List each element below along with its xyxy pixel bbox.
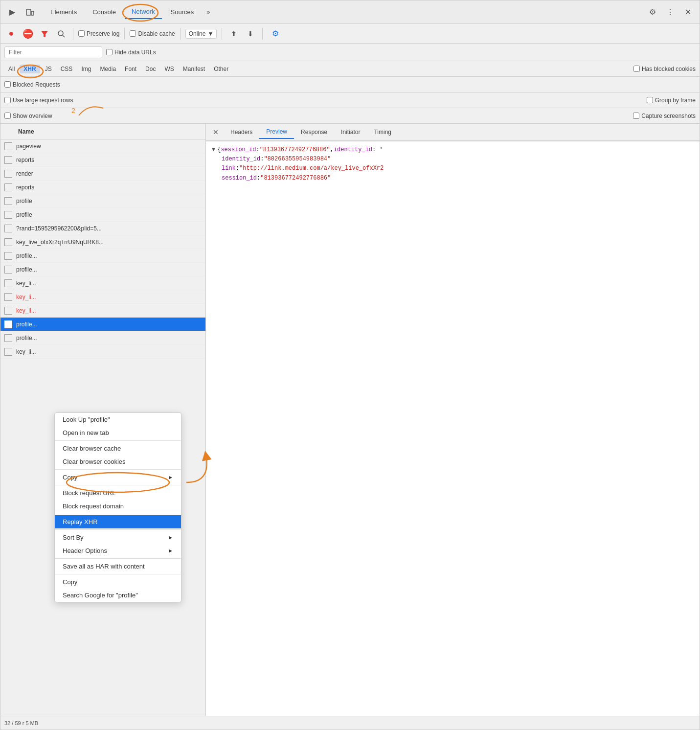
- tab-initiator[interactable]: Initiator: [334, 126, 367, 138]
- tab-elements[interactable]: Elements: [44, 5, 84, 19]
- upload-button[interactable]: ⬆: [227, 27, 241, 41]
- ctx-search-google[interactable]: Search Google for "profile": [55, 589, 181, 602]
- clear-button[interactable]: ⛔: [21, 27, 35, 41]
- ctx-clear-cache[interactable]: Clear browser cache: [55, 442, 181, 455]
- json-collapse-arrow[interactable]: ▼: [212, 145, 215, 155]
- disable-cache-checkbox[interactable]: [130, 30, 136, 37]
- request-item[interactable]: key_li...: [0, 304, 205, 318]
- has-blocked-cookies-checkbox[interactable]: [633, 66, 640, 72]
- item-checkbox[interactable]: [4, 211, 12, 219]
- tab-preview[interactable]: Preview: [259, 125, 294, 139]
- tab-response[interactable]: Response: [294, 126, 334, 138]
- ctx-clear-cookies[interactable]: Clear browser cookies: [55, 455, 181, 468]
- show-overview-label[interactable]: Show overview: [4, 113, 52, 119]
- item-checkbox[interactable]: [4, 238, 12, 246]
- item-checkbox[interactable]: [4, 156, 12, 164]
- tab-console[interactable]: Console: [86, 5, 123, 19]
- item-checkbox[interactable]: [4, 279, 12, 287]
- disable-cache-label[interactable]: Disable cache: [130, 30, 175, 37]
- tab-network[interactable]: Network: [125, 5, 162, 19]
- filter-all[interactable]: All: [4, 65, 19, 73]
- request-item[interactable]: profile...: [0, 249, 205, 263]
- ctx-save-har[interactable]: Save all as HAR with content: [55, 560, 181, 573]
- request-item[interactable]: reports: [0, 181, 205, 194]
- capture-screenshots-checkbox[interactable]: [633, 113, 639, 119]
- request-item[interactable]: render: [0, 167, 205, 181]
- filter-media[interactable]: Media: [96, 65, 120, 73]
- item-checkbox[interactable]: [4, 334, 12, 342]
- filter-doc[interactable]: Doc: [141, 65, 159, 73]
- more-options-icon[interactable]: ⋮: [662, 4, 678, 20]
- cursor-icon[interactable]: ▶: [4, 4, 20, 20]
- show-overview-checkbox[interactable]: [4, 113, 11, 119]
- settings-gear-icon[interactable]: ⚙: [268, 26, 283, 42]
- item-checkbox[interactable]: [4, 307, 12, 315]
- record-button[interactable]: ●: [4, 27, 18, 41]
- filter-font[interactable]: Font: [121, 65, 140, 73]
- filter-other[interactable]: Other: [210, 65, 232, 73]
- blocked-requests-checkbox[interactable]: [4, 81, 11, 88]
- ctx-block-url[interactable]: Block request URL: [55, 486, 181, 500]
- settings-icon[interactable]: ⚙: [645, 4, 660, 20]
- request-item-selected[interactable]: profile...: [0, 318, 205, 331]
- ctx-copy[interactable]: Copy ►: [55, 471, 181, 484]
- request-item[interactable]: reports: [0, 153, 205, 167]
- filter-icon[interactable]: [38, 27, 51, 41]
- request-item[interactable]: profile: [0, 208, 205, 222]
- item-checkbox[interactable]: [4, 142, 12, 150]
- large-rows-label[interactable]: Use large request rows: [4, 97, 73, 104]
- preserve-log-checkbox[interactable]: [78, 30, 85, 37]
- filter-js[interactable]: JS: [41, 65, 56, 73]
- filter-css[interactable]: CSS: [57, 65, 77, 73]
- tab-sources[interactable]: Sources: [164, 5, 201, 19]
- search-icon[interactable]: [54, 27, 68, 41]
- ctx-copy2[interactable]: Copy: [55, 575, 181, 589]
- item-checkbox[interactable]: [4, 183, 12, 191]
- hide-data-urls-checkbox[interactable]: [106, 49, 113, 55]
- ctx-block-domain[interactable]: Block request domain: [55, 500, 181, 513]
- preserve-log-label[interactable]: Preserve log: [78, 30, 119, 37]
- item-checkbox[interactable]: [4, 225, 12, 232]
- request-item[interactable]: profile...: [0, 331, 205, 345]
- request-item[interactable]: profile: [0, 194, 205, 208]
- request-item[interactable]: key_li...: [0, 290, 205, 304]
- filter-manifest[interactable]: Manifest: [179, 65, 209, 73]
- device-mode-icon[interactable]: [22, 4, 38, 20]
- item-checkbox[interactable]: [4, 252, 12, 260]
- ctx-open-new-tab[interactable]: Open in new tab: [55, 426, 181, 439]
- download-button[interactable]: ⬇: [244, 27, 257, 41]
- item-checkbox[interactable]: [4, 293, 12, 301]
- item-checkbox[interactable]: [4, 348, 12, 356]
- item-checkbox[interactable]: [4, 266, 12, 274]
- capture-screenshots-label[interactable]: Capture screenshots: [633, 113, 696, 119]
- blocked-requests-label[interactable]: Blocked Requests: [4, 81, 60, 88]
- throttle-dropdown[interactable]: Online ▼: [185, 29, 217, 39]
- request-item[interactable]: pageview: [0, 139, 205, 153]
- request-item[interactable]: ?rand=1595295962200&plid=5...: [0, 222, 205, 235]
- ctx-replay-xhr[interactable]: Replay XHR: [55, 515, 181, 528]
- panel-close-button[interactable]: ✕: [208, 124, 224, 140]
- tab-headers[interactable]: Headers: [224, 126, 259, 138]
- ctx-sort-by[interactable]: Sort By ►: [55, 531, 181, 544]
- item-checkbox[interactable]: [4, 197, 12, 205]
- item-checkbox[interactable]: [4, 170, 12, 178]
- large-rows-checkbox[interactable]: [4, 97, 11, 103]
- filter-xhr[interactable]: XHR: [20, 65, 40, 73]
- hide-data-urls-label[interactable]: Hide data URLs: [106, 49, 156, 56]
- ctx-sort-arrow: ►: [168, 535, 173, 540]
- group-by-frame-checkbox[interactable]: [647, 97, 653, 103]
- group-by-frame-label[interactable]: Group by frame: [647, 97, 696, 104]
- request-item[interactable]: key_li...: [0, 276, 205, 290]
- filter-ws[interactable]: WS: [160, 65, 178, 73]
- filter-input[interactable]: [4, 46, 102, 58]
- filter-img[interactable]: Img: [77, 65, 95, 73]
- tab-timing[interactable]: Timing: [367, 126, 398, 138]
- request-item[interactable]: key_li...: [0, 345, 205, 359]
- ctx-lookup[interactable]: Look Up "profile": [55, 413, 181, 426]
- close-icon[interactable]: ✕: [680, 4, 696, 20]
- request-item[interactable]: profile...: [0, 263, 205, 276]
- request-item[interactable]: key_live_ofxXr2qTrrU9NqURK8...: [0, 235, 205, 249]
- ctx-header-options[interactable]: Header Options ►: [55, 544, 181, 557]
- item-checkbox[interactable]: [4, 320, 12, 328]
- tab-more[interactable]: »: [203, 6, 214, 18]
